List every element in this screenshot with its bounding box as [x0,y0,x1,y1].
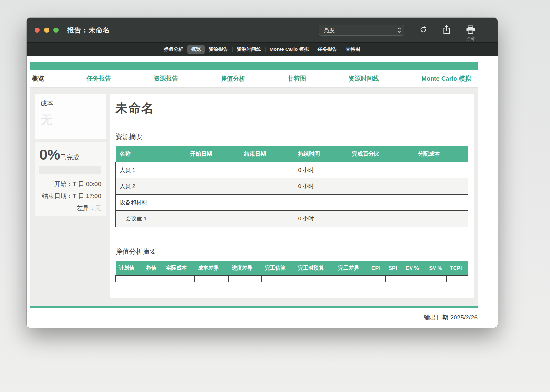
report-body: 成本 无 0%已完成 开始：T 日 00:00 结束日期：T 日 17:00 差… [30,88,478,306]
table-row: 会议室 1 0 小时 [116,211,468,227]
stat-start: 开始：T 日 00:00 [39,178,101,190]
stat-variance: 差异：无 [39,202,101,214]
report-tab-bar: 挣值分析 概览 资源报告 资源时间线 Monte Carlo 模拟 任务报告 甘… [27,42,498,56]
print-button-label: 打印 [466,36,476,42]
window-title: 报告：未命名 [67,26,110,35]
column-header: 结束日期 [240,146,294,162]
title-bar: 报告：未命名 亮度 [27,18,498,42]
cell-name: 会议室 1 [116,211,186,227]
traffic-lights [35,28,59,33]
earned-value-heading: 挣值分析摘要 [116,247,468,256]
nav-monte-carlo[interactable]: Monte Carlo 模拟 [422,74,471,83]
progress-bar [39,166,101,174]
column-header: CPI [368,261,385,276]
tab-resource-timeline[interactable]: 资源时间线 [233,45,265,54]
column-header: 挣值 [143,261,163,276]
report-main-card: 未命名 资源摘要 名称 开始日期 结束日期 持续时间 完成百分比 [110,94,474,298]
nav-resource-report[interactable]: 资源报告 [154,74,178,83]
tab-gantt[interactable]: 甘特图 [342,45,364,54]
progress-percent: 0% [39,147,60,162]
tab-divider [265,47,266,52]
tab-divider [341,47,341,52]
cell-name: 人员 1 [116,162,186,178]
cell-duration: 0 小时 [294,162,348,178]
resource-summary-heading: 资源摘要 [116,132,468,141]
column-header: 实际成本 [163,261,195,276]
column-header: 开始日期 [186,146,240,162]
close-button[interactable] [35,28,40,33]
top-accent-bar [30,62,478,70]
minimize-button[interactable] [44,28,49,33]
tab-divider [232,47,233,52]
column-header: SV % [426,261,447,276]
table-header-row: 名称 开始日期 结束日期 持续时间 完成百分比 分配成本 [116,146,468,162]
cell-name: 人员 2 [116,178,186,195]
tab-overview[interactable]: 概览 [187,45,205,54]
column-header: 成本差异 [195,261,229,276]
nav-overview[interactable]: 概览 [32,74,44,83]
table-header-row: 计划值 挣值 实际成本 成本差异 进度差异 完工估算 完工时预算 完工差异 CP… [116,261,468,276]
column-header: 持续时间 [294,146,348,162]
cell-duration: 0 小时 [294,211,348,227]
column-header: 完工估算 [262,261,295,276]
bottom-accent-bar [30,306,478,308]
tab-monte-carlo[interactable]: Monte Carlo 模拟 [266,45,313,54]
nav-task-report[interactable]: 任务报告 [87,74,111,83]
refresh-icon [419,25,428,35]
column-header: 计划值 [116,261,143,276]
report-style-select[interactable]: 亮度 [319,25,404,36]
column-header: 完成百分比 [348,146,414,162]
table-row: 设备和材料 [116,195,468,211]
column-header: 分配成本 [414,146,468,162]
cost-card-value: 无 [40,112,100,128]
column-header: SPI [385,261,402,276]
tab-task-report[interactable]: 任务报告 [314,45,341,54]
column-header: 进度差异 [228,261,261,276]
column-header: 完工差异 [335,261,368,276]
resource-summary-table: 名称 开始日期 结束日期 持续时间 完成百分比 分配成本 人员 1 [116,146,468,227]
column-header: TCPI [447,261,468,276]
tab-earned-value[interactable]: 挣值分析 [160,45,187,54]
summary-sidebar: 成本 无 0%已完成 开始：T 日 00:00 结束日期：T 日 17:00 差… [35,94,106,298]
cell-duration: 0 小时 [294,178,348,195]
stat-finish: 结束日期：T 日 17:00 [39,190,101,202]
toolbar: 亮度 [319,22,476,39]
table-row: 人员 2 0 小时 [116,178,468,195]
output-date: 输出日期 2025/2/26 [30,308,478,328]
zoom-button[interactable] [53,28,59,33]
column-header: 名称 [116,146,186,162]
cost-card-title: 成本 [40,99,100,108]
column-header: 完工时预算 [295,261,335,276]
table-row [116,276,468,282]
report-section-nav: 概览 任务报告 资源报告 挣值分析 甘特图 资源时间线 Monte Carlo … [30,70,478,88]
earned-value-table: 计划值 挣值 实际成本 成本差异 进度差异 完工估算 完工时预算 完工差异 CP… [116,261,468,282]
share-button[interactable] [442,25,451,36]
print-button[interactable]: 打印 [466,25,476,42]
progress-card: 0%已完成 开始：T 日 00:00 结束日期：T 日 17:00 差异：无 [35,142,106,216]
table-row: 人员 1 0 小时 [116,162,468,178]
report-style-select-value: 亮度 [324,27,335,34]
nav-gantt[interactable]: 甘特图 [288,74,306,83]
progress-stats: 开始：T 日 00:00 结束日期：T 日 17:00 差异：无 [39,178,101,214]
refresh-button[interactable] [419,25,428,35]
progress-percent-line: 0%已完成 [39,147,101,163]
app-window: 报告：未命名 亮度 [27,18,498,328]
popup-chevrons-icon [397,26,402,34]
cell-name: 设备和材料 [116,195,186,211]
printer-icon [466,25,476,35]
report-title: 未命名 [116,100,468,117]
share-icon [442,25,451,36]
nav-earned-value[interactable]: 挣值分析 [221,74,245,83]
tab-resource-report[interactable]: 资源报告 [205,45,232,54]
progress-suffix: 已完成 [60,154,80,161]
tab-divider [313,47,313,52]
nav-resource-timeline[interactable]: 资源时间线 [348,74,379,83]
column-header: CV % [402,261,426,276]
cost-card: 成本 无 [35,94,106,139]
report-content: 概览 任务报告 资源报告 挣值分析 甘特图 资源时间线 Monte Carlo … [27,56,498,328]
